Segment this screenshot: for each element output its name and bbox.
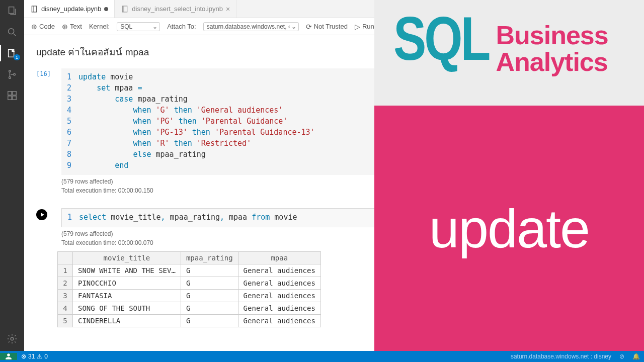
kernel-label: Kernel: — [89, 23, 110, 30]
source-control-icon[interactable] — [6, 68, 18, 80]
svg-rect-11 — [32, 6, 36, 12]
explorer-icon[interactable]: 1 — [6, 47, 18, 59]
files-icon[interactable] — [6, 5, 18, 17]
run-button[interactable]: ▷Run — [355, 23, 374, 31]
activity-bar: 1 — [0, 0, 24, 351]
cell-output: (579 rows affected) Total execution time… — [61, 178, 632, 194]
settings-gear-icon[interactable] — [6, 333, 18, 345]
svg-rect-0 — [9, 7, 14, 14]
tab-label: disney_insert_select_into.ipynb — [132, 5, 223, 13]
cell-gutter — [36, 208, 51, 227]
section-title: update ค่าในคอลัมน์ mpaa — [36, 44, 632, 59]
svg-point-1 — [9, 29, 14, 34]
trust-button[interactable]: ⟳Not Trusted — [306, 23, 348, 31]
problems-indicator[interactable]: ⊗31 ⚠0 — [17, 353, 52, 360]
unsaved-dot-icon — [104, 7, 108, 11]
attach-select[interactable]: saturn.database.windows.net, ‹ — [203, 22, 299, 31]
svg-point-4 — [9, 77, 11, 79]
svg-rect-9 — [13, 92, 16, 95]
code-editor[interactable]: 1update movie2 set mpaa =3 case mpaa_rat… — [61, 68, 632, 175]
notebook-icon — [30, 5, 38, 13]
add-text-button[interactable]: ⊕Text — [62, 23, 82, 31]
tab-bar: disney_update.ipynb disney_insert_select… — [24, 0, 644, 18]
execution-count: [16] — [36, 68, 61, 175]
code-cell[interactable]: 1select movie_title, mpaa_rating, mpaa f… — [36, 208, 632, 327]
status-icon[interactable]: ⊘ — [615, 353, 628, 360]
explorer-badge: 1 — [14, 54, 20, 60]
svg-point-3 — [9, 70, 11, 72]
kernel-select[interactable]: SQL — [117, 22, 160, 31]
cell-output: (579 rows affected) Total execution time… — [61, 230, 632, 246]
result-table[interactable]: movie_titlempaa_ratingmpaa1SNOW WHITE AN… — [57, 251, 321, 327]
remote-indicator[interactable] — [0, 353, 17, 360]
close-icon[interactable]: × — [226, 5, 230, 13]
notebook-toolbar: ⊕Code ⊕Text Kernel: SQL Attach To: satur… — [24, 18, 644, 35]
extensions-icon[interactable] — [6, 89, 18, 102]
editor-area: disney_update.ipynb disney_insert_select… — [24, 0, 644, 351]
error-icon: ⊗ — [21, 353, 26, 360]
code-editor[interactable]: 1select movie_title, mpaa_rating, mpaa f… — [61, 208, 632, 227]
add-code-button[interactable]: ⊕Code — [31, 23, 55, 31]
svg-rect-8 — [13, 96, 16, 100]
warning-icon: ⚠ — [37, 353, 42, 360]
attach-label: Attach To: — [167, 23, 196, 30]
svg-rect-12 — [123, 6, 127, 12]
svg-rect-7 — [8, 96, 12, 100]
run-cell-button[interactable] — [36, 209, 47, 220]
tab-disney-update[interactable]: disney_update.ipynb — [24, 0, 115, 18]
notifications-icon[interactable]: 🔔 — [628, 353, 644, 360]
status-bar: ⊗31 ⚠0 saturn.database.windows.net : dis… — [0, 351, 644, 362]
code-cell[interactable]: [16] 1update movie2 set mpaa =3 case mpa… — [36, 68, 632, 194]
connection-status[interactable]: saturn.database.windows.net : disney — [507, 353, 615, 360]
svg-rect-6 — [8, 92, 12, 95]
notebook-icon — [121, 5, 129, 13]
search-icon[interactable] — [6, 26, 18, 38]
tab-disney-insert[interactable]: disney_insert_select_into.ipynb × — [115, 0, 236, 18]
svg-point-10 — [11, 337, 14, 340]
svg-point-5 — [14, 73, 16, 75]
notebook-content[interactable]: update ค่าในคอลัมน์ mpaa [16] 1update mo… — [24, 35, 644, 351]
tab-label: disney_update.ipynb — [41, 5, 101, 13]
